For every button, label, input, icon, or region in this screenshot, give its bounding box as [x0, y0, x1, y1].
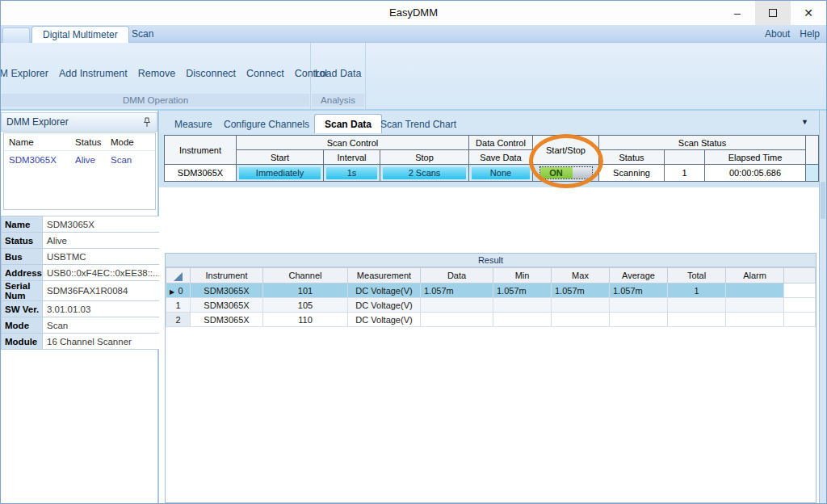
add-instrument-button[interactable]: Add Instrument — [59, 68, 128, 79]
tab-scan[interactable]: Scan — [121, 25, 164, 43]
header-instrument: Instrument — [165, 136, 237, 165]
cell[interactable] — [610, 298, 668, 313]
pin-icon[interactable] — [142, 117, 152, 128]
remove-button[interactable]: Remove — [138, 68, 176, 79]
col-measurement: Measurement — [348, 268, 421, 284]
cell[interactable] — [493, 298, 552, 313]
tab-label: Digital Multimeter — [43, 29, 118, 40]
result-row-0[interactable]: ▶0 SDM3065X 101 DC Voltage(V) 1.057m 1.0… — [166, 284, 816, 298]
scrollbar-thumb[interactable] — [821, 182, 825, 219]
col-data: Data — [421, 268, 493, 284]
close-button[interactable]: ✕ — [791, 1, 826, 25]
col-total: Total — [668, 268, 726, 284]
instrument-mode: Scan — [106, 155, 154, 165]
cell-filler — [784, 313, 816, 327]
cell[interactable] — [552, 313, 610, 327]
interval-button[interactable]: 1s — [326, 167, 377, 179]
connect-button[interactable]: Connect — [246, 68, 284, 79]
cell[interactable]: DC Voltage(V) — [348, 284, 421, 298]
row-index: 2 — [175, 315, 180, 325]
cell[interactable]: 1.057m — [493, 284, 552, 298]
load-data-button[interactable]: Load Data — [315, 68, 362, 79]
cell[interactable] — [726, 313, 784, 327]
save-data-button[interactable]: None — [472, 167, 530, 179]
cell[interactable] — [726, 298, 784, 313]
cell-status: Scanning — [599, 165, 665, 182]
chevron-down-icon[interactable]: ▼ — [801, 118, 808, 126]
vertical-scrollbar[interactable] — [819, 111, 826, 503]
property-row: Module16 Channel Scanner — [2, 334, 162, 350]
ribbon: DMM Explorer Add Instrument Remove Disco… — [1, 43, 826, 109]
property-label: Serial Num — [2, 281, 43, 301]
header-filler — [806, 136, 819, 165]
cell[interactable]: 110 — [263, 313, 348, 327]
dmm-explorer-button[interactable]: DMM Explorer — [0, 68, 48, 79]
header-interval: Interval — [324, 150, 380, 165]
row-index: 1 — [175, 300, 180, 310]
header-start: Start — [237, 150, 324, 165]
group-header-scan-status: Scan Status — [599, 136, 806, 150]
property-row: NameSDM3065X — [2, 216, 162, 233]
col-mode: Mode — [106, 137, 154, 147]
stop-condition-button[interactable]: 2 Scans — [383, 167, 466, 179]
result-row-1[interactable]: 1 SDM3065X 105 DC Voltage(V) — [166, 298, 816, 313]
cell[interactable]: DC Voltage(V) — [348, 298, 421, 313]
tab-label: Measure — [174, 119, 212, 130]
cell[interactable]: 1.057m — [610, 284, 668, 298]
cell[interactable]: 1.057m — [421, 284, 493, 298]
cell-filler — [784, 298, 816, 313]
col-alarm: Alarm — [726, 268, 784, 284]
cell[interactable] — [726, 284, 784, 298]
maximize-button[interactable] — [755, 1, 791, 25]
property-value: SDM36FAX1R0084 — [43, 281, 162, 301]
header-elapsed-time: Elapsed Time — [705, 150, 806, 165]
col-channel: Channel — [263, 268, 348, 284]
start-mode-button[interactable]: Immediately — [239, 167, 321, 179]
about-link[interactable]: About — [765, 28, 790, 40]
property-label: SW Ver. — [2, 301, 43, 317]
select-all-corner[interactable] — [166, 268, 191, 284]
help-link[interactable]: Help — [800, 28, 820, 40]
tab-scan-trend-chart[interactable]: Scan Trend Chart — [371, 115, 466, 133]
result-header-row: Instrument Channel Measurement Data Min … — [166, 268, 816, 284]
result-row-2[interactable]: 2 SDM3065X 110 DC Voltage(V) — [166, 313, 816, 327]
ribbon-tabstrip: Digital Multimeter Scan About Help — [1, 25, 826, 43]
cell[interactable]: SDM3065X — [191, 298, 263, 313]
app-menu-stub[interactable] — [2, 27, 30, 43]
cell[interactable]: 1.057m — [552, 284, 610, 298]
cell[interactable]: SDM3065X — [191, 284, 263, 298]
toggle-off-side — [573, 167, 592, 178]
cell[interactable] — [421, 313, 493, 327]
cell[interactable] — [668, 313, 726, 327]
result-panel-title: Result — [166, 254, 816, 267]
ribbon-group-analysis: Load Data Analysis — [311, 43, 366, 109]
dmm-explorer-header: DMM Explorer — [1, 112, 157, 132]
property-value: USBTMC — [43, 249, 162, 265]
cell[interactable]: 101 — [263, 284, 348, 298]
title-bar: EasyDMM – ✕ — [1, 1, 826, 25]
cell[interactable]: DC Voltage(V) — [348, 313, 421, 327]
minimize-button[interactable]: – — [720, 1, 755, 25]
cell[interactable] — [493, 313, 552, 327]
instrument-list-header: Name Status Mode — [4, 133, 155, 151]
property-value: SDM3065X — [43, 216, 162, 233]
col-name: Name — [4, 137, 70, 147]
cell[interactable]: SDM3065X — [191, 313, 263, 327]
start-stop-toggle[interactable]: ON — [539, 166, 593, 179]
tab-label: Configure Channels — [224, 119, 309, 130]
cell[interactable] — [668, 298, 726, 313]
tab-configure-channels[interactable]: Configure Channels — [214, 115, 319, 133]
property-row: ModeScan — [2, 317, 162, 334]
property-label: Module — [2, 334, 43, 350]
close-icon: ✕ — [804, 6, 813, 19]
cell[interactable] — [610, 313, 668, 327]
instrument-list-row[interactable]: SDM3065X Alive Scan — [4, 151, 155, 169]
cell[interactable] — [421, 298, 493, 313]
tab-digital-multimeter[interactable]: Digital Multimeter — [31, 26, 129, 43]
corner-triangle-icon — [174, 272, 183, 281]
ribbon-group-dmm-operation: DMM Explorer Add Instrument Remove Disco… — [1, 43, 311, 109]
cell[interactable]: 1 — [668, 284, 726, 298]
disconnect-button[interactable]: Disconnect — [186, 68, 236, 79]
cell[interactable] — [552, 298, 610, 313]
cell[interactable]: 105 — [263, 298, 348, 313]
